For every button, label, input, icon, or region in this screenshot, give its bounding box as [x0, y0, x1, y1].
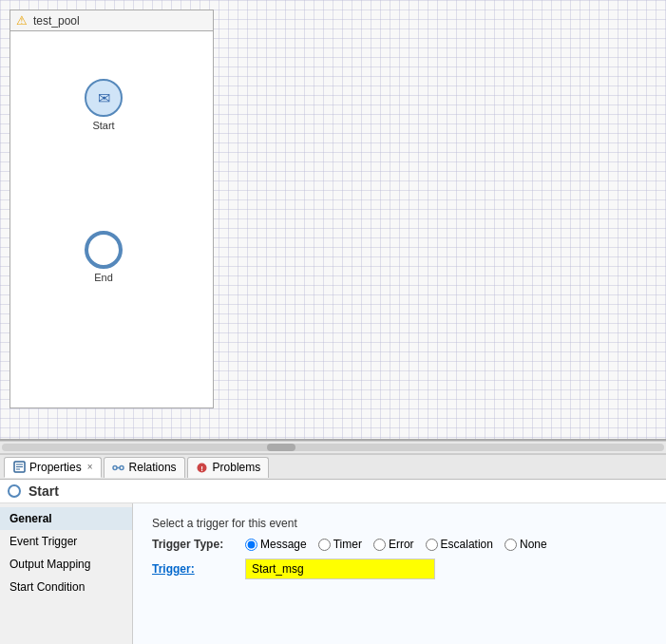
relations-tab-icon	[112, 461, 125, 474]
trigger-link[interactable]: Trigger:	[152, 562, 195, 576]
node-title-circle	[8, 484, 21, 498]
trigger-row: Trigger:	[152, 559, 647, 579]
radio-none[interactable]: None	[504, 538, 547, 551]
form-section: Select a trigger for this event Trigger …	[144, 511, 655, 593]
radio-error-label: Error	[389, 538, 414, 551]
tab-properties-close[interactable]: ×	[87, 462, 93, 472]
properties-tab-icon	[12, 461, 26, 474]
end-node-label: End	[94, 272, 113, 283]
pool-header: ⚠ test_pool	[10, 10, 213, 31]
tab-relations[interactable]: Relations	[104, 457, 185, 478]
sidebar-item-event-trigger[interactable]: Event Trigger	[0, 530, 132, 553]
pool-title: test_pool	[33, 14, 80, 28]
node-title-row: Start	[0, 480, 666, 503]
props-form: Select a trigger for this event Trigger …	[133, 503, 666, 644]
svg-point-4	[113, 465, 117, 469]
warning-icon: ⚠	[16, 14, 29, 28]
node-title-text: Start	[29, 483, 59, 499]
tab-properties[interactable]: Properties ×	[4, 457, 102, 478]
problems-tab-icon: !	[196, 461, 209, 474]
radio-escalation-input[interactable]	[426, 539, 438, 551]
end-node-circle	[85, 231, 123, 269]
svg-text:!: !	[200, 464, 203, 472]
radio-error-input[interactable]	[373, 539, 386, 551]
radio-message-label: Message	[260, 538, 307, 551]
start-node-label: Start	[92, 120, 114, 131]
radio-none-input[interactable]	[504, 539, 517, 551]
radio-timer[interactable]: Timer	[318, 538, 362, 551]
trigger-input[interactable]	[245, 559, 435, 579]
props-sidebar: General Event Trigger Output Mapping Sta…	[0, 503, 133, 644]
radio-message[interactable]: Message	[245, 538, 307, 551]
tab-problems-label: Problems	[213, 461, 261, 474]
svg-point-5	[120, 465, 124, 469]
pool-container: ⚠ test_pool ✉ Start End	[10, 9, 214, 408]
scrollbar-track[interactable]	[2, 444, 664, 451]
sidebar-item-output-mapping[interactable]: Output Mapping	[0, 553, 132, 576]
content-area: General Event Trigger Output Mapping Sta…	[0, 503, 666, 644]
radio-escalation[interactable]: Escalation	[426, 538, 493, 551]
bottom-panel: Properties × Relations	[0, 454, 666, 644]
radio-none-label: None	[520, 538, 547, 551]
start-node[interactable]: ✉ Start	[85, 79, 123, 131]
trigger-type-options: Message Timer Error	[245, 538, 547, 551]
radio-message-input[interactable]	[245, 539, 257, 551]
end-node[interactable]: End	[85, 231, 123, 283]
pool-body: ✉ Start End	[10, 31, 213, 407]
radio-error[interactable]: Error	[373, 538, 414, 551]
tab-properties-label: Properties	[29, 461, 82, 474]
radio-timer-input[interactable]	[318, 539, 331, 551]
tab-problems[interactable]: ! Problems	[187, 457, 270, 478]
horizontal-scrollbar[interactable]	[0, 441, 666, 454]
sidebar-item-general[interactable]: General	[0, 507, 132, 530]
trigger-type-label: Trigger Type:	[152, 538, 238, 551]
tabs-bar: Properties × Relations	[0, 455, 666, 480]
form-description: Select a trigger for this event	[152, 517, 647, 530]
radio-escalation-label: Escalation	[441, 538, 493, 551]
start-envelope-icon: ✉	[98, 89, 110, 107]
start-node-circle: ✉	[85, 79, 123, 117]
canvas-area[interactable]: ⚠ test_pool ✉ Start End	[0, 0, 666, 441]
app-container: ⚠ test_pool ✉ Start End	[0, 0, 666, 644]
scrollbar-thumb[interactable]	[267, 444, 295, 451]
trigger-field-label: Trigger:	[152, 562, 238, 576]
tab-relations-label: Relations	[129, 461, 177, 474]
radio-timer-label: Timer	[333, 538, 362, 551]
trigger-type-row: Trigger Type: Message Timer	[152, 538, 647, 551]
sidebar-item-start-condition[interactable]: Start Condition	[0, 576, 132, 598]
